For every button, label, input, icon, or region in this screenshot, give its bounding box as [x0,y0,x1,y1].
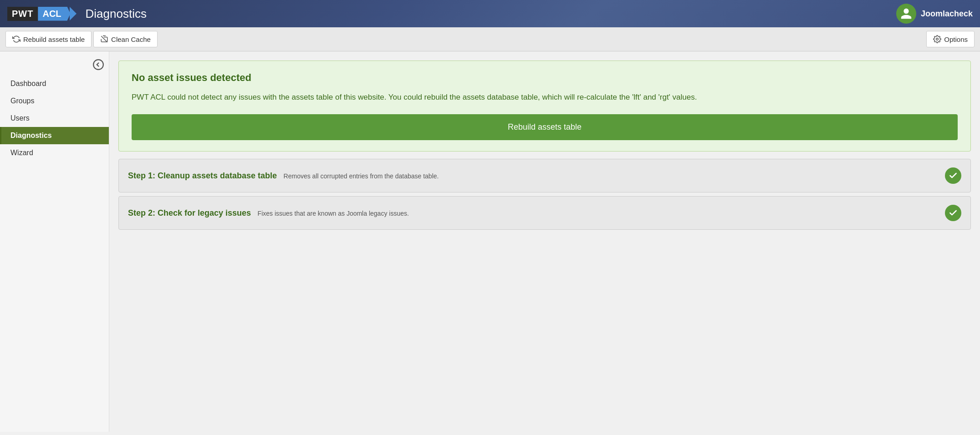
step-2-box: Step 2: Check for legacy issues Fixes is… [118,196,971,230]
step-1-title: Step 1: Cleanup assets database table [128,171,277,180]
svg-point-2 [93,60,103,70]
logo: PWT ACL [7,7,77,21]
success-title: No asset issues detected [132,72,958,84]
check-icon [949,171,958,180]
success-box: No asset issues detected PWT ACL could n… [118,61,971,152]
step-1-description: Removes all corrupted entries from the d… [284,172,439,180]
app-header: PWT ACL Diagnostics Joomlacheck [0,0,980,27]
sidebar-item-users[interactable]: Users [0,110,109,127]
step-1-content: Step 1: Cleanup assets database table Re… [128,171,439,181]
avatar [896,4,916,24]
user-icon [900,7,913,20]
main-layout: Dashboard Groups Users Diagnostics Wizar… [0,51,980,432]
sidebar-item-label: Groups [10,97,34,105]
sidebar-item-dashboard[interactable]: Dashboard [0,75,109,92]
success-description: PWT ACL could not detect any issues with… [132,91,958,103]
svg-point-1 [936,38,939,40]
logo-pwt: PWT [7,7,38,21]
sidebar-item-label: Dashboard [10,80,46,87]
main-content: No asset issues detected PWT ACL could n… [109,51,980,432]
toolbar: Rebuild assets table Clean Cache Options [0,27,980,51]
gear-icon [933,35,941,43]
rebuild-icon [12,35,20,43]
options-label: Options [944,35,968,43]
clean-cache-label: Clean Cache [111,35,151,43]
rebuild-assets-label: Rebuild assets table [23,35,85,43]
sidebar-item-diagnostics[interactable]: Diagnostics [0,127,109,144]
step-2-description: Fixes issues that are known as Joomla le… [258,210,409,217]
sidebar-item-label: Diagnostics [10,132,52,139]
user-name: Joomlacheck [921,9,973,19]
logo-acl: ACL [38,7,70,21]
rebuild-assets-button[interactable]: Rebuild assets table [5,31,92,47]
check-icon [949,208,958,218]
logo-arrow [70,7,77,20]
sidebar-item-wizard[interactable]: Wizard [0,144,109,162]
options-button[interactable]: Options [926,31,975,47]
clean-cache-button[interactable]: Clean Cache [93,31,158,47]
chevron-left-icon [92,59,104,71]
clean-cache-icon [100,35,108,43]
rebuild-assets-main-button[interactable]: Rebuild assets table [132,114,958,140]
step-1-box: Step 1: Cleanup assets database table Re… [118,159,971,192]
step-1-check [945,167,961,184]
page-title: Diagnostics [86,7,147,21]
step-2-title: Step 2: Check for legacy issues [128,208,251,218]
sidebar: Dashboard Groups Users Diagnostics Wizar… [0,51,109,432]
sidebar-item-groups[interactable]: Groups [0,92,109,110]
sidebar-item-label: Users [10,114,30,122]
step-2-content: Step 2: Check for legacy issues Fixes is… [128,208,409,218]
user-area: Joomlacheck [896,4,973,24]
toolbar-right: Options [926,31,975,47]
sidebar-toggle[interactable] [0,56,109,75]
sidebar-item-label: Wizard [10,149,33,157]
step-2-check [945,205,961,221]
